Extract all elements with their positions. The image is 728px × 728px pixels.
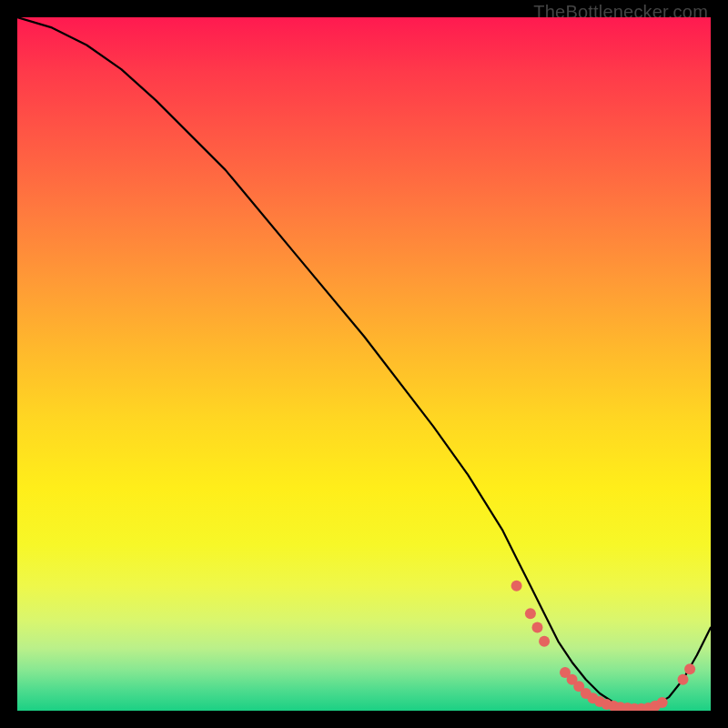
plot-area: [17, 17, 711, 711]
series-curve: [17, 17, 711, 709]
marker-dot: [657, 697, 668, 708]
marker-dot: [678, 674, 689, 685]
chart-frame: TheBottlenecker.com: [0, 0, 728, 728]
marker-dot: [525, 608, 536, 619]
marker-dot: [511, 581, 522, 592]
marker-dot: [539, 636, 550, 647]
series-markers: [511, 581, 696, 711]
marker-dot: [532, 622, 543, 633]
chart-svg: [17, 17, 711, 711]
marker-dot: [684, 663, 695, 674]
